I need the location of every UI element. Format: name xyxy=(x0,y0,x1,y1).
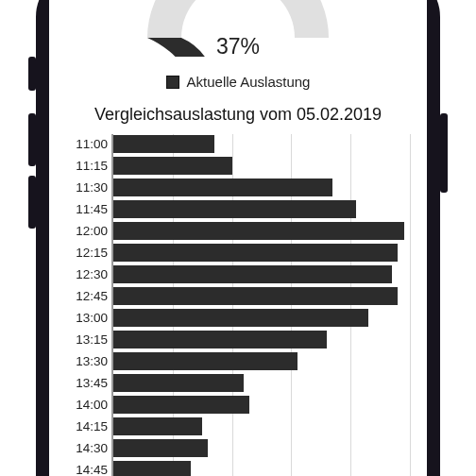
time-label: 13:30 xyxy=(66,351,108,371)
table-row: 12:00 xyxy=(113,221,410,241)
utilization-bar xyxy=(113,135,214,153)
utilization-bar xyxy=(113,157,232,175)
table-row: 11:45 xyxy=(113,199,410,219)
phone-power-button xyxy=(440,113,448,193)
comparison-bar-chart: 11:0011:1511:3011:4512:0012:1512:3012:45… xyxy=(111,134,410,476)
utilization-bar xyxy=(113,352,298,370)
table-row: 11:30 xyxy=(113,178,410,197)
utilization-bar xyxy=(113,287,398,305)
time-label: 14:15 xyxy=(66,416,108,436)
legend: Aktuelle Auslastung xyxy=(49,74,427,90)
utilization-bar xyxy=(113,244,398,262)
phone-side-button xyxy=(28,57,36,91)
time-label: 11:00 xyxy=(66,134,108,154)
utilization-bar xyxy=(113,396,249,414)
time-label: 14:30 xyxy=(66,438,108,458)
table-row: 11:15 xyxy=(113,156,410,176)
utilization-bar xyxy=(113,200,356,218)
table-row: 11:00 xyxy=(113,134,410,154)
time-label: 14:00 xyxy=(66,395,108,415)
legend-swatch-icon xyxy=(166,76,179,89)
utilization-bar xyxy=(113,265,392,283)
time-label: 12:30 xyxy=(66,264,108,284)
utilization-bar xyxy=(113,461,191,476)
utilization-bar xyxy=(113,331,327,348)
comparison-title: Vergleichsauslastung vom 05.02.2019 xyxy=(49,105,427,125)
time-label: 13:45 xyxy=(66,373,108,393)
screen: 37% Aktuelle Auslastung Vergleichsauslas… xyxy=(49,0,427,476)
time-label: 13:15 xyxy=(66,330,108,349)
table-row: 14:45 xyxy=(113,460,410,476)
phone-volume-down-button xyxy=(28,176,36,229)
gauge-chart: 37% xyxy=(49,0,427,68)
utilization-bar xyxy=(113,417,202,435)
utilization-bar xyxy=(113,439,208,457)
table-row: 12:15 xyxy=(113,243,410,263)
legend-label: Aktuelle Auslastung xyxy=(187,74,311,90)
table-row: 12:45 xyxy=(113,286,410,306)
time-label: 12:45 xyxy=(66,286,108,306)
time-label: 12:15 xyxy=(66,243,108,263)
table-row: 12:30 xyxy=(113,264,410,284)
utilization-bar xyxy=(113,178,332,196)
utilization-bar xyxy=(113,374,244,392)
time-label: 11:15 xyxy=(66,156,108,176)
table-row: 14:30 xyxy=(113,438,410,458)
table-row: 14:00 xyxy=(113,395,410,415)
utilization-bar xyxy=(113,309,368,327)
gridline xyxy=(410,134,411,476)
table-row: 13:30 xyxy=(113,351,410,371)
phone-volume-up-button xyxy=(28,113,36,166)
utilization-bar xyxy=(113,222,404,240)
time-label: 12:00 xyxy=(66,221,108,241)
table-row: 14:15 xyxy=(113,416,410,436)
time-label: 11:45 xyxy=(66,199,108,219)
time-label: 11:30 xyxy=(66,178,108,197)
table-row: 13:15 xyxy=(113,330,410,349)
time-label: 13:00 xyxy=(66,308,108,328)
table-row: 13:00 xyxy=(113,308,410,328)
table-row: 13:45 xyxy=(113,373,410,393)
gauge-percent-label: 37% xyxy=(49,34,427,60)
time-label: 14:45 xyxy=(66,460,108,476)
